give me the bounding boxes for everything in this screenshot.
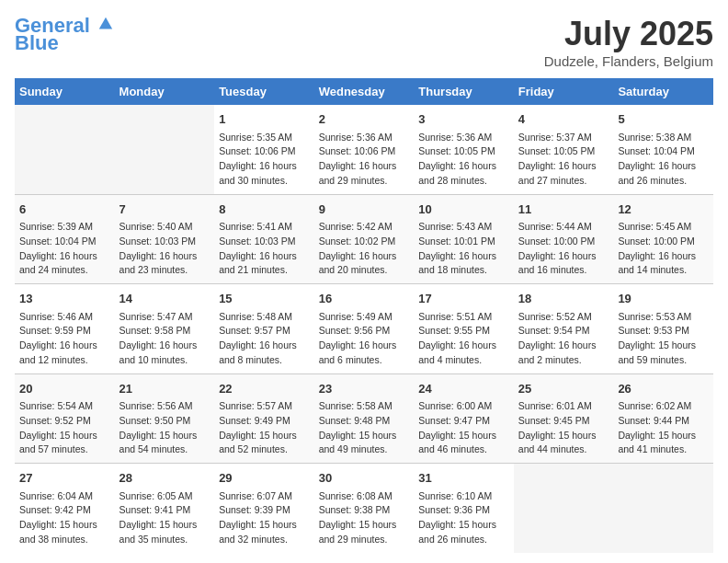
sunrise-text: Sunrise: 6:00 AM bbox=[418, 399, 509, 414]
daylight-text: Daylight: 16 hours and 6 minutes. bbox=[319, 339, 410, 368]
sunrise-text: Sunrise: 5:42 AM bbox=[319, 220, 410, 235]
calendar-cell: 18Sunrise: 5:52 AMSunset: 9:54 PMDayligh… bbox=[514, 284, 614, 374]
calendar-cell: 29Sunrise: 6:07 AMSunset: 9:39 PMDayligh… bbox=[214, 464, 314, 553]
sunrise-text: Sunrise: 6:02 AM bbox=[618, 399, 709, 414]
sunset-text: Sunset: 9:50 PM bbox=[119, 414, 210, 429]
weekday-header: Sunday bbox=[15, 78, 115, 105]
sunset-text: Sunset: 10:01 PM bbox=[418, 235, 509, 249]
sunrise-text: Sunrise: 5:49 AM bbox=[319, 310, 410, 325]
sunrise-text: Sunrise: 5:38 AM bbox=[618, 131, 709, 145]
sunset-text: Sunset: 10:06 PM bbox=[219, 144, 310, 159]
day-number: 6 bbox=[19, 201, 110, 219]
weekday-header: Wednesday bbox=[314, 78, 415, 105]
logo-icon bbox=[97, 16, 114, 32]
sunset-text: Sunset: 10:03 PM bbox=[119, 235, 210, 249]
sunrise-text: Sunrise: 5:52 AM bbox=[518, 310, 609, 325]
daylight-text: Daylight: 16 hours and 29 minutes. bbox=[319, 159, 410, 189]
daylight-text: Daylight: 16 hours and 20 minutes. bbox=[319, 249, 410, 279]
daylight-text: Daylight: 16 hours and 24 minutes. bbox=[19, 249, 110, 279]
sunrise-text: Sunrise: 5:57 AM bbox=[219, 399, 310, 414]
daylight-text: Daylight: 16 hours and 8 minutes. bbox=[219, 339, 310, 368]
daylight-text: Daylight: 15 hours and 57 minutes. bbox=[19, 429, 110, 458]
calendar-row: 6Sunrise: 5:39 AMSunset: 10:04 PMDayligh… bbox=[15, 194, 713, 284]
sunset-text: Sunset: 9:47 PM bbox=[418, 414, 509, 429]
day-number: 11 bbox=[518, 201, 609, 219]
daylight-text: Daylight: 15 hours and 38 minutes. bbox=[19, 518, 110, 547]
calendar-cell: 20Sunrise: 5:54 AMSunset: 9:52 PMDayligh… bbox=[15, 373, 115, 464]
logo: General Blue bbox=[15, 15, 114, 55]
day-number: 9 bbox=[319, 201, 410, 219]
calendar-cell: 9Sunrise: 5:42 AMSunset: 10:02 PMDayligh… bbox=[314, 194, 415, 284]
calendar-cell: 25Sunrise: 6:01 AMSunset: 9:45 PMDayligh… bbox=[514, 373, 614, 464]
day-number: 15 bbox=[219, 290, 310, 308]
sunrise-text: Sunrise: 5:58 AM bbox=[319, 399, 410, 414]
day-number: 14 bbox=[119, 290, 210, 308]
daylight-text: Daylight: 16 hours and 28 minutes. bbox=[418, 159, 509, 189]
sunrise-text: Sunrise: 5:36 AM bbox=[319, 131, 410, 145]
sunset-text: Sunset: 9:52 PM bbox=[19, 414, 110, 429]
day-number: 25 bbox=[518, 380, 609, 398]
sunrise-text: Sunrise: 5:45 AM bbox=[618, 220, 709, 235]
sunset-text: Sunset: 10:00 PM bbox=[518, 235, 609, 249]
sunset-text: Sunset: 10:03 PM bbox=[219, 235, 310, 249]
calendar-cell: 28Sunrise: 6:05 AMSunset: 9:41 PMDayligh… bbox=[115, 464, 215, 553]
day-number: 7 bbox=[119, 201, 210, 219]
day-number: 10 bbox=[418, 201, 509, 219]
day-number: 23 bbox=[319, 380, 410, 398]
sunset-text: Sunset: 10:00 PM bbox=[618, 235, 709, 249]
daylight-text: Daylight: 15 hours and 44 minutes. bbox=[518, 429, 609, 458]
day-number: 5 bbox=[618, 110, 709, 129]
page-header: General Blue July 2025 Dudzele, Flanders… bbox=[15, 15, 713, 69]
day-number: 18 bbox=[518, 290, 609, 308]
sunset-text: Sunset: 9:38 PM bbox=[319, 503, 410, 518]
day-number: 8 bbox=[219, 201, 310, 219]
day-number: 28 bbox=[119, 469, 210, 488]
calendar-cell: 3Sunrise: 5:36 AMSunset: 10:05 PMDayligh… bbox=[414, 105, 514, 194]
calendar-cell bbox=[514, 464, 614, 553]
sunset-text: Sunset: 9:56 PM bbox=[319, 324, 410, 339]
day-number: 1 bbox=[219, 110, 310, 129]
daylight-text: Daylight: 16 hours and 4 minutes. bbox=[418, 339, 509, 368]
calendar-cell: 13Sunrise: 5:46 AMSunset: 9:59 PMDayligh… bbox=[15, 284, 115, 374]
location: Dudzele, Flanders, Belgium bbox=[544, 53, 713, 69]
svg-marker-0 bbox=[99, 17, 112, 29]
calendar-cell: 6Sunrise: 5:39 AMSunset: 10:04 PMDayligh… bbox=[15, 194, 115, 284]
calendar-cell bbox=[613, 464, 713, 553]
daylight-text: Daylight: 15 hours and 29 minutes. bbox=[319, 518, 410, 547]
calendar-cell: 12Sunrise: 5:45 AMSunset: 10:00 PMDaylig… bbox=[613, 194, 713, 284]
daylight-text: Daylight: 15 hours and 41 minutes. bbox=[618, 429, 709, 458]
sunset-text: Sunset: 9:55 PM bbox=[418, 324, 509, 339]
calendar-cell: 19Sunrise: 5:53 AMSunset: 9:53 PMDayligh… bbox=[613, 284, 713, 374]
sunset-text: Sunset: 9:49 PM bbox=[219, 414, 310, 429]
daylight-text: Daylight: 16 hours and 10 minutes. bbox=[119, 339, 210, 368]
calendar-cell: 10Sunrise: 5:43 AMSunset: 10:01 PMDaylig… bbox=[414, 194, 514, 284]
calendar-cell: 15Sunrise: 5:48 AMSunset: 9:57 PMDayligh… bbox=[214, 284, 314, 374]
daylight-text: Daylight: 15 hours and 46 minutes. bbox=[418, 429, 509, 458]
day-number: 3 bbox=[418, 110, 509, 129]
sunset-text: Sunset: 9:39 PM bbox=[219, 503, 310, 518]
sunrise-text: Sunrise: 5:40 AM bbox=[119, 220, 210, 235]
day-number: 27 bbox=[19, 469, 110, 488]
sunset-text: Sunset: 9:58 PM bbox=[119, 324, 210, 339]
sunrise-text: Sunrise: 6:10 AM bbox=[418, 489, 509, 504]
weekday-header: Friday bbox=[514, 78, 614, 105]
daylight-text: Daylight: 16 hours and 16 minutes. bbox=[518, 249, 609, 279]
sunrise-text: Sunrise: 6:08 AM bbox=[319, 489, 410, 504]
sunset-text: Sunset: 10:04 PM bbox=[19, 235, 110, 249]
calendar-cell: 5Sunrise: 5:38 AMSunset: 10:04 PMDayligh… bbox=[613, 105, 713, 194]
sunrise-text: Sunrise: 5:47 AM bbox=[119, 310, 210, 325]
calendar-cell: 4Sunrise: 5:37 AMSunset: 10:05 PMDayligh… bbox=[514, 105, 614, 194]
day-number: 20 bbox=[19, 380, 110, 398]
sunrise-text: Sunrise: 5:46 AM bbox=[19, 310, 110, 325]
day-number: 2 bbox=[319, 110, 410, 129]
sunrise-text: Sunrise: 5:39 AM bbox=[19, 220, 110, 235]
calendar-cell: 1Sunrise: 5:35 AMSunset: 10:06 PMDayligh… bbox=[214, 105, 314, 194]
day-number: 13 bbox=[19, 290, 110, 308]
sunrise-text: Sunrise: 5:56 AM bbox=[119, 399, 210, 414]
calendar-cell: 11Sunrise: 5:44 AMSunset: 10:00 PMDaylig… bbox=[514, 194, 614, 284]
daylight-text: Daylight: 16 hours and 18 minutes. bbox=[418, 249, 509, 279]
sunrise-text: Sunrise: 5:35 AM bbox=[219, 131, 310, 145]
day-number: 26 bbox=[618, 380, 709, 398]
calendar-row: 1Sunrise: 5:35 AMSunset: 10:06 PMDayligh… bbox=[15, 105, 713, 194]
day-number: 4 bbox=[518, 110, 609, 129]
